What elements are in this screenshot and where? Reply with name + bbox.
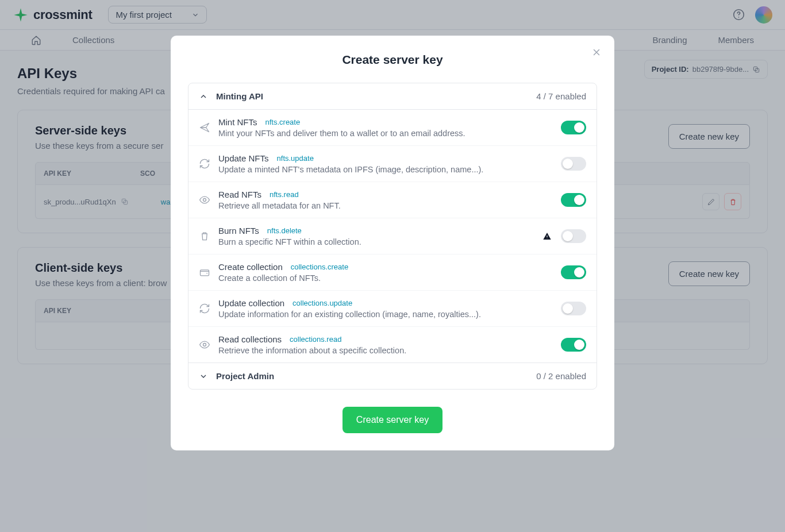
scope-name: Mint NFTs <box>218 117 257 127</box>
scope-toggle[interactable] <box>561 157 586 171</box>
scope-description: Create a collection of NFTs. <box>218 273 561 283</box>
create-server-key-submit[interactable]: Create server key <box>343 407 442 433</box>
scope-group-minting[interactable]: Minting API 4 / 7 enabled <box>188 83 597 110</box>
eye-icon <box>199 194 210 206</box>
scope-description: Retrieve the information about a specifi… <box>218 346 561 355</box>
warning-icon <box>542 232 552 241</box>
chevron-down-icon <box>199 372 208 381</box>
scope-row: Update NFTsnfts.updateUpdate a minted NF… <box>188 146 597 182</box>
scope-permission: nfts.read <box>270 190 299 199</box>
scope-toggle[interactable] <box>561 229 586 243</box>
svg-point-7 <box>203 344 206 346</box>
scope-row: Mint NFTsnfts.createMint your NFTs and d… <box>188 110 597 146</box>
refresh-icon <box>199 158 210 169</box>
modal-overlay[interactable]: Create server key Minting API 4 / 7 enab… <box>0 0 785 532</box>
wallet-icon <box>199 267 210 278</box>
scope-name: Burn NFTs <box>218 226 259 236</box>
scope-permission: collections.create <box>291 263 348 271</box>
scope-name: Create collection <box>218 262 283 272</box>
scope-group-count: 0 / 2 enabled <box>536 371 586 381</box>
scope-group-project-admin[interactable]: Project Admin 0 / 2 enabled <box>188 363 597 389</box>
scope-row: Read NFTsnfts.readRetrieve all metadata … <box>188 182 597 218</box>
scope-permission: collections.update <box>293 299 352 307</box>
scope-description: Update information for an existing colle… <box>218 310 561 319</box>
scope-toggle[interactable] <box>561 338 586 352</box>
scope-permission: nfts.update <box>277 154 314 163</box>
scope-row: Update collectioncollections.updateUpdat… <box>188 291 597 327</box>
scope-group-count: 4 / 7 enabled <box>536 91 586 101</box>
scope-description: Mint your NFTs and deliver them to a wal… <box>218 129 561 138</box>
scope-group-name: Minting API <box>216 91 263 101</box>
scope-group-name: Project Admin <box>216 371 274 381</box>
scope-permission: collections.read <box>290 335 341 344</box>
scope-description: Burn a specific NFT within a collection. <box>218 237 542 246</box>
scope-description: Update a minted NFT's metadata on IPFS (… <box>218 165 561 174</box>
modal-title: Create server key <box>188 53 597 67</box>
scope-name: Read collections <box>218 334 282 344</box>
scope-panel: Minting API 4 / 7 enabled Mint NFTsnfts.… <box>188 83 597 390</box>
scope-name: Read NFTs <box>218 190 261 199</box>
scope-toggle[interactable] <box>561 265 586 279</box>
scope-description: Retrieve all metadata for an NFT. <box>218 201 561 210</box>
scope-row: Burn NFTsnfts.deleteBurn a specific NFT … <box>188 218 597 255</box>
scope-name: Update NFTs <box>218 153 269 163</box>
scope-row: Read collectionscollections.readRetrieve… <box>188 327 597 363</box>
eye-icon <box>199 339 210 350</box>
close-icon[interactable] <box>591 47 602 57</box>
scope-name: Update collection <box>218 298 284 308</box>
scope-permission: nfts.create <box>265 118 301 126</box>
send-icon <box>199 122 210 133</box>
trash-icon <box>199 230 210 242</box>
scope-toggle[interactable] <box>561 193 586 207</box>
scope-permission: nfts.delete <box>267 226 302 235</box>
refresh-icon <box>199 303 210 314</box>
scope-toggle[interactable] <box>561 121 586 134</box>
svg-point-5 <box>203 199 206 202</box>
create-server-key-modal: Create server key Minting API 4 / 7 enab… <box>171 36 614 450</box>
scope-toggle[interactable] <box>561 302 586 315</box>
chevron-up-icon <box>199 92 208 101</box>
svg-rect-6 <box>201 270 209 276</box>
scope-row: Create collectioncollections.createCreat… <box>188 255 597 291</box>
